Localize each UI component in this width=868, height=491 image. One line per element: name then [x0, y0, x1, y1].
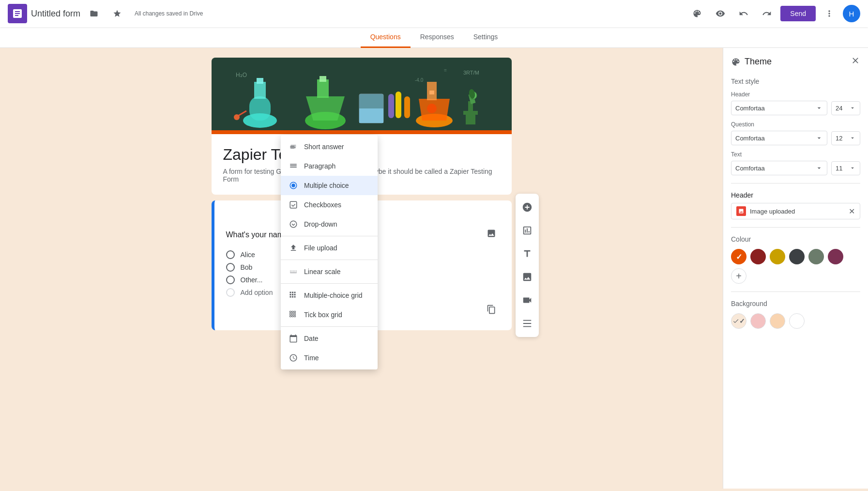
menu-divider-3 — [281, 283, 378, 284]
svg-text:-4.0: -4.0 — [415, 77, 424, 83]
svg-rect-23 — [429, 91, 434, 94]
add-image-btn[interactable] — [516, 265, 539, 289]
user-avatar[interactable]: H — [843, 5, 860, 22]
redo-button[interactable] — [757, 4, 777, 23]
menu-item-checkboxes[interactable]: Checkboxes — [281, 195, 378, 215]
menu-divider-2 — [281, 260, 378, 260]
text-font-select[interactable]: Comfortaa — [731, 161, 827, 175]
menu-item-tick-box-grid[interactable]: Tick box grid — [281, 305, 378, 324]
topbar: Untitled form All changes saved in Drive… — [0, 0, 868, 27]
chevron-down-icon-3 — [815, 134, 823, 142]
chevron-down-icon — [815, 104, 823, 112]
tab-responses[interactable]: Responses — [411, 27, 464, 48]
checkboxes-icon — [289, 200, 298, 210]
linear-scale-icon — [289, 267, 298, 276]
star-button[interactable] — [107, 4, 127, 23]
menu-item-short-answer[interactable]: Short answer — [281, 137, 378, 156]
close-theme-button[interactable] — [851, 56, 860, 68]
question-font-size-select[interactable]: 12 — [831, 131, 860, 145]
tab-settings[interactable]: Settings — [464, 27, 508, 48]
add-section-btn[interactable] — [516, 312, 539, 335]
question-font-select[interactable]: Comfortaa — [731, 131, 827, 145]
svg-rect-51 — [290, 316, 291, 317]
divider-1 — [731, 183, 860, 184]
background-swatches — [731, 313, 860, 329]
image-add-button[interactable] — [483, 227, 500, 243]
option-text-alice: Alice — [241, 251, 255, 259]
preview-button[interactable] — [711, 4, 730, 23]
svg-text:H₂O: H₂O — [236, 72, 247, 78]
more-options-button[interactable] — [820, 4, 839, 23]
svg-point-33 — [291, 184, 295, 187]
bg-swatch-pink[interactable] — [750, 313, 766, 329]
svg-rect-18 — [404, 96, 410, 118]
bg-swatch-light-orange[interactable] — [770, 313, 785, 329]
file-upload-icon — [289, 243, 298, 253]
add-colour-button[interactable]: + — [731, 268, 746, 284]
chevron-down-icon-2 — [849, 105, 856, 111]
svg-rect-8 — [254, 82, 266, 99]
duplicate-button[interactable] — [483, 303, 500, 319]
colour-swatches: + — [731, 249, 860, 284]
colour-swatch-dark-red[interactable] — [750, 249, 766, 264]
app-icon — [8, 4, 27, 23]
menu-item-file-upload[interactable]: File upload — [281, 238, 378, 258]
colour-swatch-dark-gray[interactable] — [789, 249, 805, 264]
tab-questions[interactable]: Questions — [361, 27, 411, 48]
header-section: Header Image uploaded ✕ — [731, 191, 860, 219]
header-font-label: Header — [731, 91, 860, 98]
svg-rect-48 — [290, 313, 291, 315]
palette-button[interactable] — [687, 4, 707, 23]
add-option-text[interactable]: Add option — [241, 289, 273, 296]
svg-rect-37 — [292, 292, 293, 293]
svg-rect-16 — [359, 108, 383, 123]
colour-swatch-yellow[interactable] — [770, 249, 785, 264]
image-uploaded-label: Image uploaded — [750, 208, 845, 215]
colour-swatch-orange[interactable] — [731, 249, 746, 264]
svg-rect-39 — [290, 294, 291, 295]
import-question-btn[interactable] — [516, 219, 539, 242]
svg-rect-7 — [249, 96, 271, 121]
svg-rect-17 — [396, 92, 401, 118]
send-button[interactable]: Send — [780, 6, 816, 21]
bg-swatch-white[interactable] — [789, 313, 805, 329]
colour-swatch-mauve[interactable] — [828, 249, 843, 264]
time-icon — [289, 353, 298, 363]
header-font-select[interactable]: Comfortaa — [731, 101, 827, 115]
svg-rect-44 — [294, 296, 296, 298]
menu-item-dropdown[interactable]: Drop-down — [281, 215, 378, 234]
svg-rect-41 — [294, 294, 296, 295]
text-font-size-select[interactable]: 11 — [831, 161, 860, 175]
add-video-btn[interactable] — [516, 289, 539, 312]
menu-item-multiple-choice[interactable]: Multiple choice — [281, 176, 378, 195]
header-font-size-select[interactable]: 24 — [831, 101, 860, 115]
lab-header-svg: H₂O 3RT/M -4.0 = — [212, 58, 512, 130]
menu-item-date[interactable]: Date — [281, 329, 378, 348]
colour-swatch-sage[interactable] — [808, 249, 824, 264]
menu-label-dropdown: Drop-down — [304, 220, 337, 228]
theme-title: Theme — [731, 57, 772, 67]
folder-button[interactable] — [84, 4, 104, 23]
add-title-btn[interactable] — [516, 242, 539, 265]
short-answer-icon — [289, 142, 298, 152]
text-font-row: Comfortaa 11 — [731, 161, 860, 175]
remove-image-button[interactable]: ✕ — [849, 207, 855, 216]
menu-item-linear-scale[interactable]: Linear scale — [281, 262, 378, 281]
menu-item-mc-grid[interactable]: Multiple-choice grid — [281, 286, 378, 305]
svg-rect-53 — [294, 316, 296, 317]
chevron-down-icon-4 — [849, 135, 856, 141]
radio-bob — [226, 263, 235, 272]
question-font-row: Comfortaa 12 — [731, 131, 860, 145]
menu-label-date: Date — [304, 335, 319, 342]
svg-rect-52 — [292, 316, 293, 317]
menu-label-short-answer: Short answer — [304, 143, 344, 151]
radio-add — [226, 288, 235, 297]
menu-item-time[interactable]: Time — [281, 348, 378, 368]
add-question-btn[interactable] — [516, 196, 539, 219]
bg-swatch-peach[interactable] — [731, 313, 746, 329]
svg-rect-14 — [320, 76, 326, 82]
menu-divider-1 — [281, 236, 378, 236]
menu-item-paragraph[interactable]: Paragraph — [281, 156, 378, 176]
svg-point-22 — [427, 104, 437, 113]
undo-button[interactable] — [734, 4, 753, 23]
